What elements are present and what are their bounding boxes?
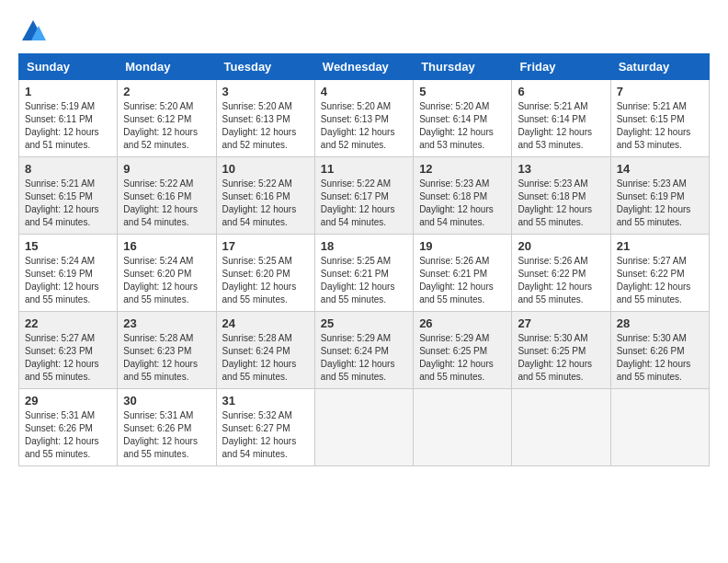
day-number: 7 [617, 85, 703, 98]
day-info: Sunrise: 5:31 AMSunset: 6:26 PMDaylight:… [123, 409, 210, 461]
logo [18, 18, 46, 44]
day-info: Sunrise: 5:20 AMSunset: 6:13 PMDaylight:… [222, 100, 309, 152]
day-info: Sunrise: 5:30 AMSunset: 6:26 PMDaylight:… [617, 332, 703, 384]
day-number: 5 [419, 85, 506, 98]
calendar-day-cell: 3Sunrise: 5:20 AMSunset: 6:13 PMDaylight… [216, 80, 314, 157]
day-number: 21 [617, 239, 703, 253]
day-info: Sunrise: 5:20 AMSunset: 6:14 PMDaylight:… [419, 100, 506, 152]
day-number: 27 [518, 316, 604, 330]
day-info: Sunrise: 5:27 AMSunset: 6:22 PMDaylight:… [617, 255, 703, 306]
day-number: 25 [321, 316, 407, 330]
day-info: Sunrise: 5:22 AMSunset: 6:16 PMDaylight:… [123, 178, 210, 229]
calendar-day-cell: 23Sunrise: 5:28 AMSunset: 6:23 PMDayligh… [118, 312, 216, 389]
day-number: 26 [419, 316, 506, 330]
calendar-day-cell: 29Sunrise: 5:31 AMSunset: 6:26 PMDayligh… [19, 389, 118, 466]
day-number: 28 [617, 316, 703, 330]
calendar-day-cell: 6Sunrise: 5:21 AMSunset: 6:14 PMDaylight… [512, 80, 610, 157]
day-info: Sunrise: 5:19 AMSunset: 6:11 PMDaylight:… [25, 100, 111, 152]
day-of-week-header: Thursday [414, 54, 512, 80]
logo-icon [20, 18, 46, 44]
calendar-day-cell: 5Sunrise: 5:20 AMSunset: 6:14 PMDaylight… [414, 80, 512, 157]
calendar-week-row: 1Sunrise: 5:19 AMSunset: 6:11 PMDaylight… [19, 80, 710, 157]
calendar-day-cell: 18Sunrise: 5:25 AMSunset: 6:21 PMDayligh… [314, 235, 413, 312]
day-info: Sunrise: 5:23 AMSunset: 6:19 PMDaylight:… [617, 178, 703, 229]
calendar-day-cell: 28Sunrise: 5:30 AMSunset: 6:26 PMDayligh… [610, 312, 709, 389]
calendar-day-cell: 2Sunrise: 5:20 AMSunset: 6:12 PMDaylight… [118, 80, 216, 157]
calendar-week-row: 8Sunrise: 5:21 AMSunset: 6:15 PMDaylight… [19, 157, 710, 235]
calendar-day-cell: 10Sunrise: 5:22 AMSunset: 6:16 PMDayligh… [216, 157, 314, 235]
day-number: 30 [123, 394, 210, 408]
calendar-table: SundayMondayTuesdayWednesdayThursdayFrid… [18, 53, 710, 466]
day-of-week-header: Sunday [19, 54, 118, 80]
calendar-day-cell: 22Sunrise: 5:27 AMSunset: 6:23 PMDayligh… [19, 312, 118, 389]
page-header [18, 18, 710, 44]
calendar-day-cell: 30Sunrise: 5:31 AMSunset: 6:26 PMDayligh… [118, 389, 216, 466]
calendar-day-cell: 21Sunrise: 5:27 AMSunset: 6:22 PMDayligh… [610, 235, 709, 312]
calendar-week-row: 29Sunrise: 5:31 AMSunset: 6:26 PMDayligh… [19, 389, 710, 466]
day-info: Sunrise: 5:26 AMSunset: 6:22 PMDaylight:… [518, 255, 604, 306]
day-info: Sunrise: 5:26 AMSunset: 6:21 PMDaylight:… [419, 255, 506, 306]
calendar-day-cell: 27Sunrise: 5:30 AMSunset: 6:25 PMDayligh… [512, 312, 610, 389]
day-of-week-header: Friday [512, 54, 610, 80]
day-info: Sunrise: 5:20 AMSunset: 6:13 PMDaylight:… [321, 100, 407, 152]
day-number: 9 [123, 162, 210, 176]
calendar-day-cell: 26Sunrise: 5:29 AMSunset: 6:25 PMDayligh… [414, 312, 512, 389]
calendar-day-cell: 13Sunrise: 5:23 AMSunset: 6:18 PMDayligh… [512, 157, 610, 235]
calendar-day-cell: 24Sunrise: 5:28 AMSunset: 6:24 PMDayligh… [216, 312, 314, 389]
empty-day-cell [610, 389, 709, 466]
calendar-day-cell: 9Sunrise: 5:22 AMSunset: 6:16 PMDaylight… [118, 157, 216, 235]
calendar-week-row: 22Sunrise: 5:27 AMSunset: 6:23 PMDayligh… [19, 312, 710, 389]
day-info: Sunrise: 5:28 AMSunset: 6:24 PMDaylight:… [222, 332, 309, 384]
day-number: 3 [222, 85, 309, 98]
day-info: Sunrise: 5:32 AMSunset: 6:27 PMDaylight:… [222, 409, 309, 461]
calendar-day-cell: 25Sunrise: 5:29 AMSunset: 6:24 PMDayligh… [314, 312, 413, 389]
day-number: 14 [617, 162, 703, 176]
day-info: Sunrise: 5:28 AMSunset: 6:23 PMDaylight:… [123, 332, 210, 384]
day-number: 1 [25, 85, 111, 98]
day-number: 2 [123, 85, 210, 98]
day-info: Sunrise: 5:31 AMSunset: 6:26 PMDaylight:… [25, 409, 111, 461]
day-info: Sunrise: 5:22 AMSunset: 6:17 PMDaylight:… [321, 178, 407, 229]
calendar-week-row: 15Sunrise: 5:24 AMSunset: 6:19 PMDayligh… [19, 235, 710, 312]
calendar-day-cell: 31Sunrise: 5:32 AMSunset: 6:27 PMDayligh… [216, 389, 314, 466]
empty-day-cell [414, 389, 512, 466]
day-info: Sunrise: 5:23 AMSunset: 6:18 PMDaylight:… [518, 178, 604, 229]
day-number: 8 [25, 162, 111, 176]
day-number: 19 [419, 239, 506, 253]
calendar-day-cell: 20Sunrise: 5:26 AMSunset: 6:22 PMDayligh… [512, 235, 610, 312]
day-number: 18 [321, 239, 407, 253]
day-number: 22 [25, 316, 111, 330]
day-number: 17 [222, 239, 309, 253]
day-info: Sunrise: 5:29 AMSunset: 6:24 PMDaylight:… [321, 332, 407, 384]
day-number: 24 [222, 316, 309, 330]
day-number: 29 [25, 394, 111, 408]
day-info: Sunrise: 5:22 AMSunset: 6:16 PMDaylight:… [222, 178, 309, 229]
day-number: 16 [123, 239, 210, 253]
day-info: Sunrise: 5:24 AMSunset: 6:20 PMDaylight:… [123, 255, 210, 306]
day-number: 15 [25, 239, 111, 253]
day-info: Sunrise: 5:21 AMSunset: 6:15 PMDaylight:… [617, 100, 703, 152]
calendar-day-cell: 16Sunrise: 5:24 AMSunset: 6:20 PMDayligh… [118, 235, 216, 312]
day-number: 4 [321, 85, 407, 98]
calendar-day-cell: 12Sunrise: 5:23 AMSunset: 6:18 PMDayligh… [414, 157, 512, 235]
calendar-day-cell: 17Sunrise: 5:25 AMSunset: 6:20 PMDayligh… [216, 235, 314, 312]
day-info: Sunrise: 5:20 AMSunset: 6:12 PMDaylight:… [123, 100, 210, 152]
day-of-week-header: Wednesday [314, 54, 413, 80]
empty-day-cell [314, 389, 413, 466]
empty-day-cell [512, 389, 610, 466]
day-info: Sunrise: 5:29 AMSunset: 6:25 PMDaylight:… [419, 332, 506, 384]
day-number: 10 [222, 162, 309, 176]
day-number: 11 [321, 162, 407, 176]
calendar-day-cell: 15Sunrise: 5:24 AMSunset: 6:19 PMDayligh… [19, 235, 118, 312]
calendar-day-cell: 19Sunrise: 5:26 AMSunset: 6:21 PMDayligh… [414, 235, 512, 312]
day-number: 13 [518, 162, 604, 176]
calendar-day-cell: 7Sunrise: 5:21 AMSunset: 6:15 PMDaylight… [610, 80, 709, 157]
day-number: 6 [518, 85, 604, 98]
day-of-week-header: Tuesday [216, 54, 314, 80]
day-info: Sunrise: 5:23 AMSunset: 6:18 PMDaylight:… [419, 178, 506, 229]
day-info: Sunrise: 5:27 AMSunset: 6:23 PMDaylight:… [25, 332, 111, 384]
day-info: Sunrise: 5:24 AMSunset: 6:19 PMDaylight:… [25, 255, 111, 306]
day-info: Sunrise: 5:21 AMSunset: 6:15 PMDaylight:… [25, 178, 111, 229]
day-info: Sunrise: 5:21 AMSunset: 6:14 PMDaylight:… [518, 100, 604, 152]
day-info: Sunrise: 5:25 AMSunset: 6:20 PMDaylight:… [222, 255, 309, 306]
